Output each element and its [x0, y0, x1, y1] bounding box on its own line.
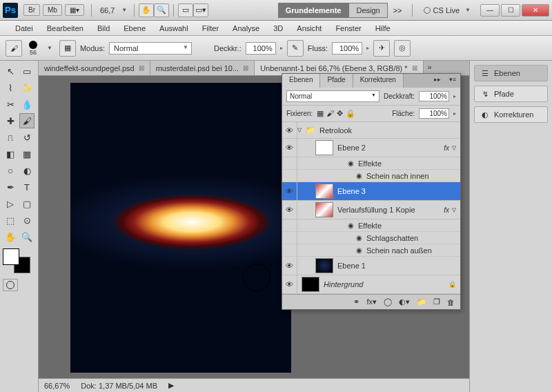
stamp-tool[interactable]: ⎍: [3, 130, 18, 145]
heal-tool[interactable]: ✚: [3, 113, 18, 128]
menu-3d[interactable]: 3D: [266, 23, 290, 34]
status-arrow-icon[interactable]: ▶: [168, 381, 174, 390]
layer-thumbnail[interactable]: [315, 258, 333, 273]
workspace-more[interactable]: >>: [388, 6, 408, 14]
layer-row[interactable]: 👁 Ebene 2 fx▽: [282, 139, 460, 157]
shape-tool[interactable]: ▢: [19, 196, 34, 211]
visibility-toggle[interactable]: [282, 232, 297, 244]
new-layer-icon[interactable]: ❐: [433, 297, 440, 306]
3d-camera-tool[interactable]: ⊙: [19, 213, 34, 228]
effect-item[interactable]: ◉ Schein nach außen: [282, 244, 460, 257]
opacity-input[interactable]: 100%: [246, 42, 276, 55]
new-group-icon[interactable]: 📁: [417, 297, 426, 306]
link-layers-icon[interactable]: ⚭: [353, 297, 359, 306]
menu-select[interactable]: Auswahl: [152, 23, 195, 34]
close-button[interactable]: ✕: [522, 4, 549, 17]
panel-menu-icon[interactable]: ▾≡: [445, 74, 460, 88]
menu-file[interactable]: Datei: [8, 23, 40, 34]
layer-name[interactable]: Hintergrund: [324, 279, 448, 290]
rotate-view-button[interactable]: ▭: [178, 3, 193, 17]
fx-badge[interactable]: fx: [444, 144, 452, 152]
visibility-toggle[interactable]: 👁: [282, 275, 297, 293]
brush-preview[interactable]: 56: [29, 41, 37, 56]
collapse-icon[interactable]: ▸▸: [430, 74, 445, 88]
layer-row[interactable]: 👁 Ebene 3: [282, 182, 460, 201]
panel-toggle-adjustments[interactable]: ◐Korrekturen: [474, 106, 548, 123]
brush-panel-toggle[interactable]: ▦: [59, 40, 76, 57]
layer-row[interactable]: 👁 Hintergrund 🔒: [282, 275, 460, 294]
crop-tool[interactable]: ✂: [3, 97, 18, 112]
tablet-pressure-icon[interactable]: ◎: [394, 40, 411, 57]
layer-thumbnail[interactable]: [315, 202, 333, 217]
marquee-tool[interactable]: ▭: [19, 63, 34, 79]
layer-name[interactable]: Ebene 1: [337, 260, 460, 271]
layer-style-icon[interactable]: fx▾: [366, 297, 377, 306]
menu-filter[interactable]: Filter: [195, 23, 226, 34]
tab-layers[interactable]: Ebenen: [282, 74, 320, 88]
tab-adjustments[interactable]: Korrekturen: [353, 74, 404, 88]
move-tool[interactable]: ↖: [3, 63, 18, 79]
layer-name[interactable]: Ebene 3: [337, 186, 460, 197]
layer-thumbnail[interactable]: [315, 140, 333, 155]
pen-tool[interactable]: ✒: [3, 179, 18, 195]
layer-thumbnail[interactable]: [302, 277, 319, 292]
color-swatches[interactable]: [3, 248, 33, 273]
cslive-button[interactable]: CS Live▼: [424, 6, 473, 14]
zoom-display[interactable]: 66,7: [100, 6, 115, 14]
menu-layer[interactable]: Ebene: [117, 23, 152, 34]
visibility-toggle[interactable]: [282, 170, 297, 182]
lock-pixels-icon[interactable]: 🖌: [326, 109, 334, 118]
visibility-toggle[interactable]: [282, 244, 297, 256]
eyedropper-tool[interactable]: 💧: [19, 97, 34, 112]
layer-mask-icon[interactable]: ◯: [384, 297, 392, 306]
panel-toggle-layers[interactable]: ☰Ebenen: [474, 65, 548, 81]
brush-tool[interactable]: 🖌: [19, 113, 34, 128]
blend-mode-select[interactable]: Normal: [286, 90, 379, 102]
fx-badge[interactable]: fx: [444, 206, 452, 214]
zoom-tool[interactable]: 🔍: [19, 229, 34, 244]
view-extras-button[interactable]: ▦▾: [65, 4, 84, 16]
quick-mask-toggle[interactable]: [3, 279, 18, 291]
layer-name[interactable]: Verlaufsfüllung 1 Kopie: [337, 204, 444, 215]
blend-mode-select[interactable]: Normal: [109, 42, 192, 55]
effect-item[interactable]: ◉ Schein nach innen: [282, 170, 460, 182]
panel-toggle-paths[interactable]: ↯Pfade: [474, 86, 548, 102]
visibility-toggle[interactable]: 👁: [282, 257, 297, 275]
path-select-tool[interactable]: ▷: [3, 196, 18, 211]
opacity-pressure-icon[interactable]: ✎: [287, 40, 304, 57]
fill-input[interactable]: 100%: [419, 108, 449, 119]
layer-name[interactable]: Ebene 2: [337, 142, 444, 153]
lock-position-icon[interactable]: ✥: [337, 109, 343, 118]
menu-image[interactable]: Bild: [90, 23, 117, 34]
document-tab[interactable]: windeffekt-soundpegel.psd⊠: [39, 61, 150, 75]
effects-row[interactable]: ◉ Effekte: [282, 157, 460, 170]
foreground-color-swatch[interactable]: [3, 248, 19, 265]
lock-all-icon[interactable]: 🔒: [346, 109, 355, 118]
menu-analysis[interactable]: Analyse: [226, 23, 266, 34]
eraser-tool[interactable]: ◧: [3, 146, 18, 161]
layer-row[interactable]: 👁 Verlaufsfüllung 1 Kopie fx▽: [282, 201, 460, 219]
doc-info[interactable]: Dok: 1,37 MB/5,04 MB: [81, 382, 157, 390]
workspace-design[interactable]: Design: [348, 3, 387, 18]
maximize-button[interactable]: ☐: [501, 4, 520, 17]
zoom-status[interactable]: 66,67%: [44, 382, 70, 390]
close-icon[interactable]: ⊠: [243, 64, 248, 72]
lasso-tool[interactable]: ⌇: [3, 80, 18, 95]
type-tool[interactable]: T: [19, 179, 34, 195]
menu-edit[interactable]: Bearbeiten: [40, 23, 90, 34]
close-icon[interactable]: ⊠: [139, 64, 144, 72]
dodge-tool[interactable]: ◐: [19, 163, 34, 178]
layer-name[interactable]: Retrolook: [315, 125, 460, 136]
tab-paths[interactable]: Pfade: [320, 74, 353, 88]
visibility-toggle[interactable]: 👁: [282, 201, 297, 219]
layer-group-row[interactable]: 👁 ▽ 📁 Retrolook: [282, 122, 460, 139]
visibility-toggle[interactable]: [282, 157, 297, 169]
wand-tool[interactable]: ✨: [19, 80, 34, 95]
effect-item[interactable]: ◉ Schlagschatten: [282, 232, 460, 244]
opacity-input[interactable]: 100%: [419, 91, 449, 101]
zoom-tool-button[interactable]: 🔍: [154, 3, 169, 17]
visibility-toggle[interactable]: [282, 219, 297, 231]
adjustment-layer-icon[interactable]: ◐▾: [399, 297, 410, 306]
layer-thumbnail[interactable]: [315, 184, 333, 199]
history-brush-tool[interactable]: ↺: [19, 130, 34, 145]
